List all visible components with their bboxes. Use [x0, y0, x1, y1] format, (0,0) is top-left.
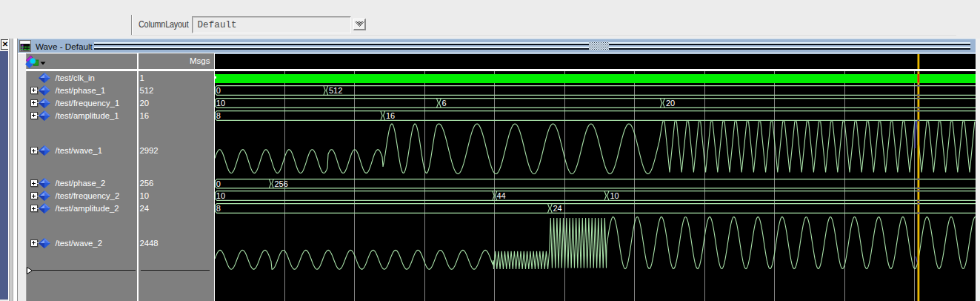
- svg-text:0: 0: [216, 86, 221, 95]
- svg-text:256: 256: [275, 179, 288, 188]
- svg-text:0: 0: [216, 179, 221, 188]
- svg-text:6: 6: [442, 99, 447, 108]
- svg-text:44: 44: [497, 191, 506, 200]
- svg-text:10: 10: [216, 99, 225, 108]
- svg-text:24: 24: [553, 204, 562, 213]
- svg-text:8: 8: [216, 111, 221, 120]
- svg-text:20: 20: [666, 99, 675, 108]
- svg-text:512: 512: [329, 86, 342, 95]
- svg-text:8: 8: [216, 204, 221, 213]
- svg-text:10: 10: [216, 191, 225, 200]
- svg-text:16: 16: [386, 111, 395, 120]
- svg-text:10: 10: [610, 191, 619, 200]
